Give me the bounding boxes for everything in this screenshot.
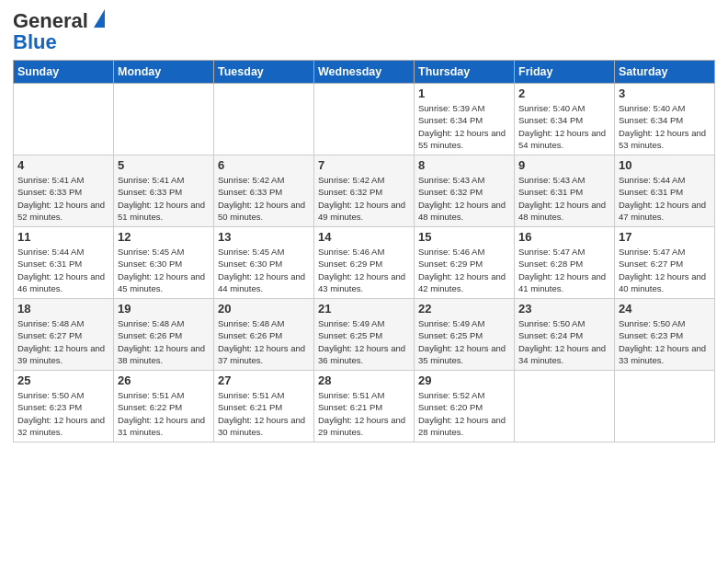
calendar-cell: 11Sunrise: 5:44 AMSunset: 6:31 PMDayligh… xyxy=(14,227,114,299)
page: General Blue SundayMondayTuesdayWednesda… xyxy=(0,0,728,563)
day-header-thursday: Thursday xyxy=(415,61,515,84)
calendar-cell: 1Sunrise: 5:39 AMSunset: 6:34 PMDaylight… xyxy=(415,84,515,155)
day-info: Sunrise: 5:42 AMSunset: 6:32 PMDaylight:… xyxy=(318,174,410,223)
header-row: General Blue xyxy=(13,9,715,54)
calendar-cell: 27Sunrise: 5:51 AMSunset: 6:21 PMDayligh… xyxy=(214,371,314,442)
day-number: 7 xyxy=(318,158,410,172)
day-info: Sunrise: 5:42 AMSunset: 6:33 PMDaylight:… xyxy=(218,174,310,223)
week-row-2: 11Sunrise: 5:44 AMSunset: 6:31 PMDayligh… xyxy=(14,227,715,299)
calendar-cell xyxy=(314,84,415,155)
day-info: Sunrise: 5:46 AMSunset: 6:29 PMDaylight:… xyxy=(418,246,510,294)
day-number: 4 xyxy=(17,158,109,172)
logo-triangle-icon xyxy=(94,9,105,28)
day-number: 8 xyxy=(418,158,510,172)
calendar-cell: 20Sunrise: 5:48 AMSunset: 6:26 PMDayligh… xyxy=(214,299,314,371)
day-number: 27 xyxy=(218,373,310,387)
day-number: 9 xyxy=(518,158,610,172)
calendar-cell: 16Sunrise: 5:47 AMSunset: 6:28 PMDayligh… xyxy=(515,227,615,299)
calendar-cell: 26Sunrise: 5:51 AMSunset: 6:22 PMDayligh… xyxy=(114,371,214,442)
day-info: Sunrise: 5:40 AMSunset: 6:34 PMDaylight:… xyxy=(518,102,610,151)
calendar-cell: 29Sunrise: 5:52 AMSunset: 6:20 PMDayligh… xyxy=(415,371,515,442)
day-info: Sunrise: 5:47 AMSunset: 6:27 PMDaylight:… xyxy=(619,246,711,294)
day-number: 21 xyxy=(318,302,410,316)
day-info: Sunrise: 5:45 AMSunset: 6:30 PMDaylight:… xyxy=(218,246,310,294)
day-number: 20 xyxy=(218,302,310,316)
day-number: 14 xyxy=(318,230,410,244)
calendar-cell: 18Sunrise: 5:48 AMSunset: 6:27 PMDayligh… xyxy=(14,299,114,371)
day-info: Sunrise: 5:48 AMSunset: 6:26 PMDaylight:… xyxy=(118,317,210,366)
day-info: Sunrise: 5:47 AMSunset: 6:28 PMDaylight:… xyxy=(518,246,610,294)
day-info: Sunrise: 5:44 AMSunset: 6:31 PMDaylight:… xyxy=(619,174,711,223)
day-info: Sunrise: 5:48 AMSunset: 6:26 PMDaylight:… xyxy=(218,317,310,366)
logo-general: General xyxy=(13,9,88,32)
day-info: Sunrise: 5:50 AMSunset: 6:23 PMDaylight:… xyxy=(17,389,109,438)
day-info: Sunrise: 5:49 AMSunset: 6:25 PMDaylight:… xyxy=(318,317,410,366)
day-number: 25 xyxy=(17,373,109,387)
day-header-wednesday: Wednesday xyxy=(314,61,415,84)
calendar-cell: 4Sunrise: 5:41 AMSunset: 6:33 PMDaylight… xyxy=(14,155,114,227)
logo-text: General xyxy=(13,9,105,32)
day-number: 17 xyxy=(619,230,711,244)
week-row-1: 4Sunrise: 5:41 AMSunset: 6:33 PMDaylight… xyxy=(14,155,715,227)
calendar-cell xyxy=(515,371,615,442)
calendar-cell: 6Sunrise: 5:42 AMSunset: 6:33 PMDaylight… xyxy=(214,155,314,227)
calendar-cell xyxy=(615,371,715,442)
calendar-cell: 3Sunrise: 5:40 AMSunset: 6:34 PMDaylight… xyxy=(615,84,715,155)
calendar-header-row: SundayMondayTuesdayWednesdayThursdayFrid… xyxy=(14,61,715,84)
day-number: 18 xyxy=(17,302,109,316)
day-number: 13 xyxy=(218,230,310,244)
day-info: Sunrise: 5:46 AMSunset: 6:29 PMDaylight:… xyxy=(318,246,410,294)
day-number: 15 xyxy=(418,230,510,244)
day-number: 22 xyxy=(418,302,510,316)
calendar-cell: 12Sunrise: 5:45 AMSunset: 6:30 PMDayligh… xyxy=(114,227,214,299)
day-header-tuesday: Tuesday xyxy=(214,61,314,84)
week-row-4: 25Sunrise: 5:50 AMSunset: 6:23 PMDayligh… xyxy=(14,371,715,442)
logo-blue: Blue xyxy=(13,30,57,54)
calendar-table: SundayMondayTuesdayWednesdayThursdayFrid… xyxy=(13,60,715,442)
day-info: Sunrise: 5:44 AMSunset: 6:31 PMDaylight:… xyxy=(17,246,109,294)
day-number: 5 xyxy=(118,158,210,172)
logo: General Blue xyxy=(13,9,105,54)
day-info: Sunrise: 5:40 AMSunset: 6:34 PMDaylight:… xyxy=(619,102,711,151)
day-header-sunday: Sunday xyxy=(14,61,114,84)
day-number: 10 xyxy=(619,158,711,172)
calendar-cell: 17Sunrise: 5:47 AMSunset: 6:27 PMDayligh… xyxy=(615,227,715,299)
day-number: 24 xyxy=(619,302,711,316)
calendar-cell: 22Sunrise: 5:49 AMSunset: 6:25 PMDayligh… xyxy=(415,299,515,371)
calendar-cell: 14Sunrise: 5:46 AMSunset: 6:29 PMDayligh… xyxy=(314,227,415,299)
day-info: Sunrise: 5:51 AMSunset: 6:21 PMDaylight:… xyxy=(218,389,310,438)
calendar-cell: 19Sunrise: 5:48 AMSunset: 6:26 PMDayligh… xyxy=(114,299,214,371)
week-row-0: 1Sunrise: 5:39 AMSunset: 6:34 PMDaylight… xyxy=(14,84,715,155)
day-number: 29 xyxy=(418,373,510,387)
calendar-cell: 23Sunrise: 5:50 AMSunset: 6:24 PMDayligh… xyxy=(515,299,615,371)
day-number: 6 xyxy=(218,158,310,172)
day-info: Sunrise: 5:43 AMSunset: 6:32 PMDaylight:… xyxy=(418,174,510,223)
day-info: Sunrise: 5:39 AMSunset: 6:34 PMDaylight:… xyxy=(418,102,510,151)
day-number: 23 xyxy=(518,302,610,316)
calendar-cell: 25Sunrise: 5:50 AMSunset: 6:23 PMDayligh… xyxy=(14,371,114,442)
calendar-cell xyxy=(14,84,114,155)
calendar-cell: 13Sunrise: 5:45 AMSunset: 6:30 PMDayligh… xyxy=(214,227,314,299)
day-info: Sunrise: 5:51 AMSunset: 6:21 PMDaylight:… xyxy=(318,389,410,438)
calendar-cell xyxy=(214,84,314,155)
calendar-cell xyxy=(114,84,214,155)
calendar-cell: 15Sunrise: 5:46 AMSunset: 6:29 PMDayligh… xyxy=(415,227,515,299)
day-info: Sunrise: 5:45 AMSunset: 6:30 PMDaylight:… xyxy=(118,246,210,294)
day-info: Sunrise: 5:41 AMSunset: 6:33 PMDaylight:… xyxy=(118,174,210,223)
calendar-cell: 7Sunrise: 5:42 AMSunset: 6:32 PMDaylight… xyxy=(314,155,415,227)
calendar-cell: 5Sunrise: 5:41 AMSunset: 6:33 PMDaylight… xyxy=(114,155,214,227)
day-info: Sunrise: 5:48 AMSunset: 6:27 PMDaylight:… xyxy=(17,317,109,366)
day-number: 28 xyxy=(318,373,410,387)
calendar-cell: 2Sunrise: 5:40 AMSunset: 6:34 PMDaylight… xyxy=(515,84,615,155)
day-header-friday: Friday xyxy=(515,61,615,84)
day-number: 2 xyxy=(518,86,610,100)
day-number: 26 xyxy=(118,373,210,387)
day-info: Sunrise: 5:43 AMSunset: 6:31 PMDaylight:… xyxy=(518,174,610,223)
week-row-3: 18Sunrise: 5:48 AMSunset: 6:27 PMDayligh… xyxy=(14,299,715,371)
calendar-cell: 10Sunrise: 5:44 AMSunset: 6:31 PMDayligh… xyxy=(615,155,715,227)
calendar-cell: 28Sunrise: 5:51 AMSunset: 6:21 PMDayligh… xyxy=(314,371,415,442)
day-info: Sunrise: 5:50 AMSunset: 6:23 PMDaylight:… xyxy=(619,317,711,366)
day-info: Sunrise: 5:49 AMSunset: 6:25 PMDaylight:… xyxy=(418,317,510,366)
day-number: 19 xyxy=(118,302,210,316)
day-info: Sunrise: 5:51 AMSunset: 6:22 PMDaylight:… xyxy=(118,389,210,438)
